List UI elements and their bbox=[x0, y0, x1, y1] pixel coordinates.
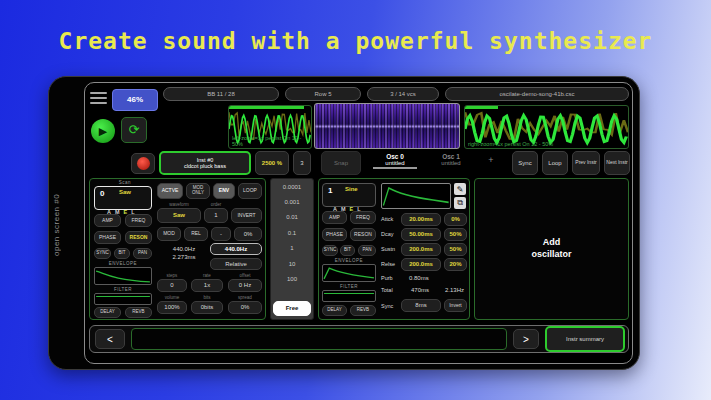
gain-button[interactable]: 2500 % bbox=[255, 151, 289, 175]
osc0-active-button[interactable]: ACTVE bbox=[157, 183, 183, 199]
osc1-filter-graph[interactable] bbox=[322, 290, 376, 302]
osc0-volume-microlabel: volume bbox=[157, 295, 187, 300]
add-oscillator-panel[interactable]: Add oscillator bbox=[474, 178, 629, 320]
osc0-wave-select-button[interactable]: Saw bbox=[157, 208, 201, 223]
envelope-copy-button[interactable]: ⧉ bbox=[454, 197, 466, 209]
add-oscillator-tab[interactable]: + bbox=[481, 155, 501, 165]
osc0-revb-button[interactable]: REVB bbox=[125, 307, 152, 318]
play-icon: ▶ bbox=[99, 125, 107, 138]
snap-option[interactable]: 0.0001 bbox=[271, 179, 313, 194]
song-name-pill[interactable]: oscilate-demo-song-41b.csc bbox=[445, 87, 629, 101]
voices-counter-pill[interactable]: 3 / 14 vcs bbox=[367, 87, 439, 101]
osc0-invert-button[interactable]: INVERT bbox=[231, 208, 262, 223]
row-counter-pill[interactable]: Row 5 bbox=[285, 87, 361, 101]
osc0-phase-button[interactable]: PHASE bbox=[94, 231, 121, 244]
osc0-relative-button[interactable]: Relative bbox=[210, 258, 262, 270]
adsr-attack-pct[interactable]: 0% bbox=[444, 213, 467, 226]
adsr-decay-time[interactable]: 50.00ms bbox=[401, 228, 441, 241]
envelope-edit-button[interactable]: ✎ bbox=[454, 183, 466, 195]
osc1-invert-button[interactable]: Invert bbox=[444, 299, 467, 312]
left-scope-caption: left-zoom=1x persist On 12 - 50% bbox=[232, 135, 311, 147]
snap-option[interactable]: 1 bbox=[271, 241, 313, 256]
copy-icon: ⧉ bbox=[457, 198, 463, 208]
next-page-button[interactable]: > bbox=[513, 329, 539, 349]
tab-osc-0[interactable]: Osc 0 untitled bbox=[369, 153, 421, 166]
osc0-offset-button[interactable]: 0 Hz bbox=[228, 279, 262, 292]
loop-button[interactable]: Loop bbox=[542, 151, 568, 175]
instr-summary-button[interactable]: Instr summary bbox=[545, 326, 625, 352]
osc1-phase-button[interactable]: PHASE bbox=[322, 228, 347, 241]
osc1-freq-button[interactable]: FREQ bbox=[350, 211, 376, 224]
snap-button[interactable]: Snap bbox=[321, 151, 361, 175]
osc1-sync-value-button[interactable]: 8ms bbox=[401, 299, 441, 312]
record-button[interactable] bbox=[131, 153, 155, 174]
next-instr-button[interactable]: Next Instr bbox=[604, 151, 630, 175]
osc0-freq-button[interactable]: FREQ bbox=[125, 214, 152, 227]
active-tab-underline bbox=[373, 167, 417, 169]
osc0-rate-button[interactable]: 1x bbox=[191, 279, 223, 292]
right-oscilloscope[interactable]: right-zoom=1x persist On 12 - 50% bbox=[464, 105, 629, 149]
adsr-release-pct[interactable]: 20% bbox=[444, 258, 467, 271]
osc1-reson-button[interactable]: RESON bbox=[350, 228, 376, 241]
osc1-envelope-graph[interactable] bbox=[322, 264, 376, 282]
osc1-selector-box[interactable]: 1 Sine AMEL bbox=[322, 183, 376, 207]
snap-free-option[interactable]: Free bbox=[273, 301, 311, 316]
osc0-sync-button[interactable]: SYNC bbox=[94, 248, 111, 259]
osc0-loop-button[interactable]: LOOP bbox=[238, 183, 262, 199]
adsr-sustain-pct[interactable]: 50% bbox=[444, 243, 467, 256]
osc0-on-pct-button[interactable]: 0% bbox=[234, 227, 262, 241]
prev-page-button[interactable]: < bbox=[95, 329, 125, 349]
osc1-amp-button[interactable]: AMP bbox=[322, 211, 347, 224]
osc0-envelope-graph[interactable] bbox=[94, 267, 152, 285]
osc0-amp-button[interactable]: AMP bbox=[94, 214, 121, 227]
osc0-reson-button[interactable]: RESON bbox=[125, 231, 152, 244]
tab-osc-1[interactable]: Osc 1 untitled bbox=[425, 153, 477, 166]
snap-option[interactable]: 0.01 bbox=[271, 210, 313, 225]
osc1-envelope-display[interactable] bbox=[381, 183, 451, 209]
osc0-env-button[interactable]: ENV bbox=[213, 183, 235, 199]
spectrogram[interactable] bbox=[314, 103, 460, 149]
osc1-sync-button[interactable]: SYNC bbox=[322, 245, 338, 256]
prev-instr-button[interactable]: Prev Instr bbox=[572, 151, 600, 175]
sync-button[interactable]: Sync bbox=[512, 151, 538, 175]
snap-option[interactable]: 0.1 bbox=[271, 225, 313, 240]
osc0-steps-button[interactable]: 0 bbox=[157, 279, 187, 292]
snap-option[interactable]: 100 bbox=[271, 271, 313, 286]
pattern-strip[interactable] bbox=[131, 328, 507, 350]
adsr-decay-pct[interactable]: 50% bbox=[444, 228, 467, 241]
osc0-rel-button[interactable]: REL bbox=[184, 227, 208, 241]
adsr-sustain-label: Sustn bbox=[381, 246, 395, 252]
loop-toggle-button[interactable]: ⟳ bbox=[121, 117, 147, 143]
osc0-mod-only-button[interactable]: MOD ONLY bbox=[186, 183, 210, 199]
adsr-sustain-time[interactable]: 200.0ms bbox=[401, 243, 441, 256]
osc1-pan-button[interactable]: PAN bbox=[358, 245, 376, 256]
osc0-bit-button[interactable]: BIT bbox=[114, 248, 130, 259]
osc1-bit-button[interactable]: BIT bbox=[340, 245, 355, 256]
osc1-revb-button[interactable]: REVB bbox=[350, 305, 376, 316]
beat-counter-pill[interactable]: BB 11 / 28 bbox=[163, 87, 279, 101]
adsr-release-time[interactable]: 200.0ms bbox=[401, 258, 441, 271]
osc0-pan-button[interactable]: PAN bbox=[133, 248, 152, 259]
adsr-attack-time[interactable]: 20.00ms bbox=[401, 213, 441, 226]
osc1-panel: 1 Sine AMEL AMP FREQ PHASE RESON SYNC BI… bbox=[318, 178, 470, 320]
osc0-volume-button[interactable]: 100% bbox=[157, 301, 187, 314]
osc0-filter-graph[interactable] bbox=[94, 293, 152, 305]
snap-option[interactable]: 0.001 bbox=[271, 194, 313, 209]
snap-option[interactable]: 10 bbox=[271, 256, 313, 271]
voices-button[interactable]: 3 bbox=[293, 151, 311, 175]
osc0-index: 0 bbox=[100, 189, 104, 198]
osc0-dash-button[interactable]: - bbox=[211, 227, 231, 241]
osc0-freq-button-value[interactable]: 440.0Hz bbox=[210, 243, 262, 255]
osc0-selector-box[interactable]: 0 Saw AMEL bbox=[94, 186, 152, 210]
instrument-select-button[interactable]: Inst #0 cldcot pluck bass bbox=[159, 151, 251, 175]
play-button[interactable]: ▶ bbox=[91, 119, 115, 143]
osc0-mod-button[interactable]: MOD bbox=[157, 227, 181, 241]
osc0-bits-button[interactable]: 0bits bbox=[191, 301, 223, 314]
osc1-delay-button[interactable]: DELAY bbox=[322, 305, 347, 316]
osc0-delay-button[interactable]: DELAY bbox=[94, 307, 121, 318]
cpu-meter[interactable]: 46% bbox=[112, 89, 158, 111]
menu-icon[interactable] bbox=[90, 89, 107, 107]
left-oscilloscope[interactable]: left-zoom=1x persist On 12 - 50% bbox=[228, 105, 312, 149]
osc0-spread-button[interactable]: 0% bbox=[228, 301, 262, 314]
osc0-order-button[interactable]: 1 bbox=[204, 208, 228, 223]
